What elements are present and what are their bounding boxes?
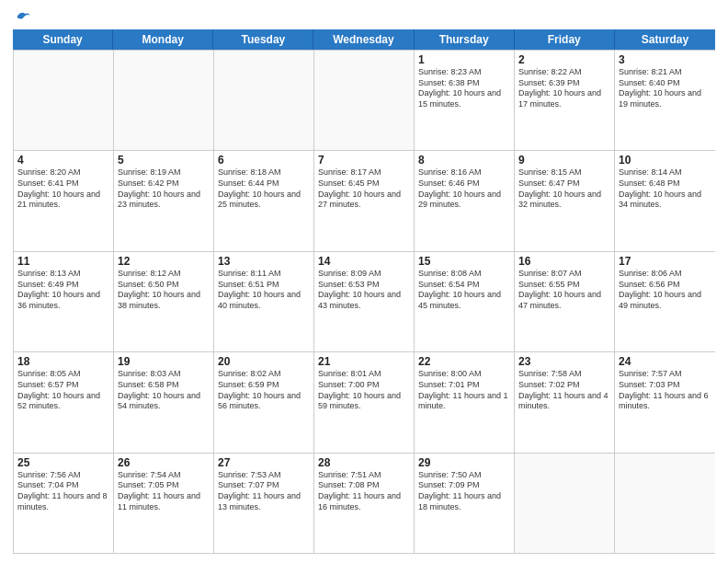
- calendar-row: 1Sunrise: 8:23 AM Sunset: 6:38 PM Daylig…: [14, 51, 715, 151]
- calendar-cell: [615, 454, 715, 553]
- cell-info: Sunrise: 7:51 AM Sunset: 7:08 PM Dayligh…: [318, 470, 410, 513]
- calendar-cell: 8Sunrise: 8:16 AM Sunset: 6:46 PM Daylig…: [415, 151, 515, 250]
- calendar-cell: 18Sunrise: 8:05 AM Sunset: 6:57 PM Dayli…: [14, 352, 114, 452]
- cell-info: Sunrise: 8:14 AM Sunset: 6:48 PM Dayligh…: [619, 167, 711, 211]
- weekday-header: Thursday: [415, 29, 515, 50]
- cell-day-number: 11: [17, 255, 109, 268]
- calendar-cell: 11Sunrise: 8:13 AM Sunset: 6:49 PM Dayli…: [14, 252, 114, 351]
- cell-day-number: 3: [619, 53, 711, 66]
- logo: [13, 13, 33, 24]
- cell-day-number: 10: [619, 154, 711, 167]
- calendar-row: 4Sunrise: 8:20 AM Sunset: 6:41 PM Daylig…: [14, 151, 715, 251]
- cell-day-number: 21: [318, 355, 410, 368]
- calendar-cell: 2Sunrise: 8:22 AM Sunset: 6:39 PM Daylig…: [515, 51, 615, 150]
- calendar-cell: [14, 51, 114, 150]
- cell-info: Sunrise: 8:11 AM Sunset: 6:51 PM Dayligh…: [218, 269, 310, 312]
- cell-info: Sunrise: 8:22 AM Sunset: 6:39 PM Dayligh…: [518, 67, 610, 110]
- cell-info: Sunrise: 7:56 AM Sunset: 7:04 PM Dayligh…: [17, 470, 109, 513]
- calendar-cell: 23Sunrise: 7:58 AM Sunset: 7:02 PM Dayli…: [515, 352, 615, 452]
- cell-day-number: 27: [218, 456, 310, 469]
- calendar-cell: 14Sunrise: 8:09 AM Sunset: 6:53 PM Dayli…: [314, 252, 415, 351]
- calendar-cell: 13Sunrise: 8:11 AM Sunset: 6:51 PM Dayli…: [214, 252, 314, 351]
- cell-info: Sunrise: 8:07 AM Sunset: 6:55 PM Dayligh…: [518, 269, 610, 312]
- cell-day-number: 7: [318, 154, 410, 167]
- cell-info: Sunrise: 8:18 AM Sunset: 6:44 PM Dayligh…: [218, 167, 310, 211]
- logo-bird-icon: [15, 9, 33, 28]
- calendar-cell: 17Sunrise: 8:06 AM Sunset: 6:56 PM Dayli…: [615, 252, 715, 351]
- calendar-cell: [214, 51, 314, 150]
- cell-day-number: 28: [318, 456, 410, 469]
- calendar-cell: 19Sunrise: 8:03 AM Sunset: 6:58 PM Dayli…: [114, 352, 214, 452]
- calendar-cell: 22Sunrise: 8:00 AM Sunset: 7:01 PM Dayli…: [415, 352, 515, 452]
- calendar-body: 1Sunrise: 8:23 AM Sunset: 6:38 PM Daylig…: [13, 50, 715, 554]
- cell-day-number: 2: [518, 53, 610, 66]
- cell-info: Sunrise: 8:06 AM Sunset: 6:56 PM Dayligh…: [619, 269, 711, 312]
- weekday-header: Saturday: [615, 29, 715, 50]
- calendar-cell: 27Sunrise: 7:53 AM Sunset: 7:07 PM Dayli…: [214, 454, 314, 553]
- calendar-cell: [515, 454, 615, 553]
- cell-info: Sunrise: 8:08 AM Sunset: 6:54 PM Dayligh…: [418, 269, 510, 312]
- cell-info: Sunrise: 8:01 AM Sunset: 7:00 PM Dayligh…: [318, 369, 410, 412]
- cell-info: Sunrise: 8:20 AM Sunset: 6:41 PM Dayligh…: [17, 167, 109, 211]
- cell-day-number: 23: [518, 355, 610, 368]
- calendar-cell: 12Sunrise: 8:12 AM Sunset: 6:50 PM Dayli…: [114, 252, 214, 351]
- cell-info: Sunrise: 8:15 AM Sunset: 6:47 PM Dayligh…: [518, 167, 610, 211]
- calendar-cell: 7Sunrise: 8:17 AM Sunset: 6:45 PM Daylig…: [314, 151, 415, 250]
- cell-info: Sunrise: 8:09 AM Sunset: 6:53 PM Dayligh…: [318, 269, 410, 312]
- calendar-cell: 26Sunrise: 7:54 AM Sunset: 7:05 PM Dayli…: [114, 454, 214, 553]
- cell-day-number: 6: [218, 154, 310, 167]
- calendar-cell: 21Sunrise: 8:01 AM Sunset: 7:00 PM Dayli…: [314, 352, 415, 452]
- calendar-cell: 29Sunrise: 7:50 AM Sunset: 7:09 PM Dayli…: [415, 454, 515, 553]
- cell-info: Sunrise: 7:57 AM Sunset: 7:03 PM Dayligh…: [619, 369, 711, 412]
- cell-day-number: 4: [17, 154, 109, 167]
- calendar-row: 25Sunrise: 7:56 AM Sunset: 7:04 PM Dayli…: [14, 454, 715, 554]
- cell-info: Sunrise: 8:17 AM Sunset: 6:45 PM Dayligh…: [318, 167, 410, 211]
- calendar-cell: 5Sunrise: 8:19 AM Sunset: 6:42 PM Daylig…: [114, 151, 214, 250]
- calendar-cell: 4Sunrise: 8:20 AM Sunset: 6:41 PM Daylig…: [14, 151, 114, 250]
- calendar-cell: 25Sunrise: 7:56 AM Sunset: 7:04 PM Dayli…: [14, 454, 114, 553]
- calendar-header: SundayMondayTuesdayWednesdayThursdayFrid…: [13, 29, 715, 50]
- calendar-cell: 15Sunrise: 8:08 AM Sunset: 6:54 PM Dayli…: [415, 252, 515, 351]
- weekday-header: Monday: [113, 29, 213, 50]
- cell-day-number: 15: [418, 255, 510, 268]
- cell-day-number: 9: [518, 154, 610, 167]
- weekday-header: Wednesday: [313, 29, 414, 50]
- cell-info: Sunrise: 7:50 AM Sunset: 7:09 PM Dayligh…: [418, 470, 510, 513]
- cell-info: Sunrise: 8:19 AM Sunset: 6:42 PM Dayligh…: [118, 167, 210, 211]
- cell-info: Sunrise: 8:12 AM Sunset: 6:50 PM Dayligh…: [118, 269, 210, 312]
- calendar-cell: [314, 51, 415, 150]
- calendar-row: 11Sunrise: 8:13 AM Sunset: 6:49 PM Dayli…: [14, 252, 715, 352]
- cell-info: Sunrise: 8:03 AM Sunset: 6:58 PM Dayligh…: [118, 369, 210, 412]
- cell-day-number: 16: [518, 255, 610, 268]
- calendar-cell: 6Sunrise: 8:18 AM Sunset: 6:44 PM Daylig…: [214, 151, 314, 250]
- cell-info: Sunrise: 8:02 AM Sunset: 6:59 PM Dayligh…: [218, 369, 310, 412]
- cell-info: Sunrise: 8:00 AM Sunset: 7:01 PM Dayligh…: [418, 369, 510, 412]
- calendar-cell: 10Sunrise: 8:14 AM Sunset: 6:48 PM Dayli…: [615, 151, 715, 250]
- cell-info: Sunrise: 8:13 AM Sunset: 6:49 PM Dayligh…: [17, 269, 109, 312]
- calendar-page: SundayMondayTuesdayWednesdayThursdayFrid…: [0, 0, 728, 563]
- cell-day-number: 25: [17, 456, 109, 469]
- calendar-cell: 9Sunrise: 8:15 AM Sunset: 6:47 PM Daylig…: [515, 151, 615, 250]
- cell-info: Sunrise: 7:53 AM Sunset: 7:07 PM Dayligh…: [218, 470, 310, 513]
- weekday-header: Sunday: [13, 29, 113, 50]
- calendar-cell: 28Sunrise: 7:51 AM Sunset: 7:08 PM Dayli…: [314, 454, 415, 553]
- calendar: SundayMondayTuesdayWednesdayThursdayFrid…: [13, 29, 715, 554]
- cell-day-number: 8: [418, 154, 510, 167]
- cell-info: Sunrise: 8:16 AM Sunset: 6:46 PM Dayligh…: [418, 167, 510, 211]
- cell-info: Sunrise: 7:58 AM Sunset: 7:02 PM Dayligh…: [518, 369, 610, 412]
- calendar-cell: 24Sunrise: 7:57 AM Sunset: 7:03 PM Dayli…: [615, 352, 715, 452]
- header: [13, 9, 715, 24]
- cell-day-number: 19: [118, 355, 210, 368]
- cell-info: Sunrise: 8:21 AM Sunset: 6:40 PM Dayligh…: [619, 67, 711, 110]
- cell-day-number: 26: [118, 456, 210, 469]
- cell-day-number: 1: [418, 53, 510, 66]
- calendar-cell: 20Sunrise: 8:02 AM Sunset: 6:59 PM Dayli…: [214, 352, 314, 452]
- weekday-header: Friday: [515, 29, 615, 50]
- cell-day-number: 20: [218, 355, 310, 368]
- cell-day-number: 5: [118, 154, 210, 167]
- cell-day-number: 17: [619, 255, 711, 268]
- calendar-cell: 3Sunrise: 8:21 AM Sunset: 6:40 PM Daylig…: [615, 51, 715, 150]
- calendar-cell: 16Sunrise: 8:07 AM Sunset: 6:55 PM Dayli…: [515, 252, 615, 351]
- cell-day-number: 18: [17, 355, 109, 368]
- cell-day-number: 12: [118, 255, 210, 268]
